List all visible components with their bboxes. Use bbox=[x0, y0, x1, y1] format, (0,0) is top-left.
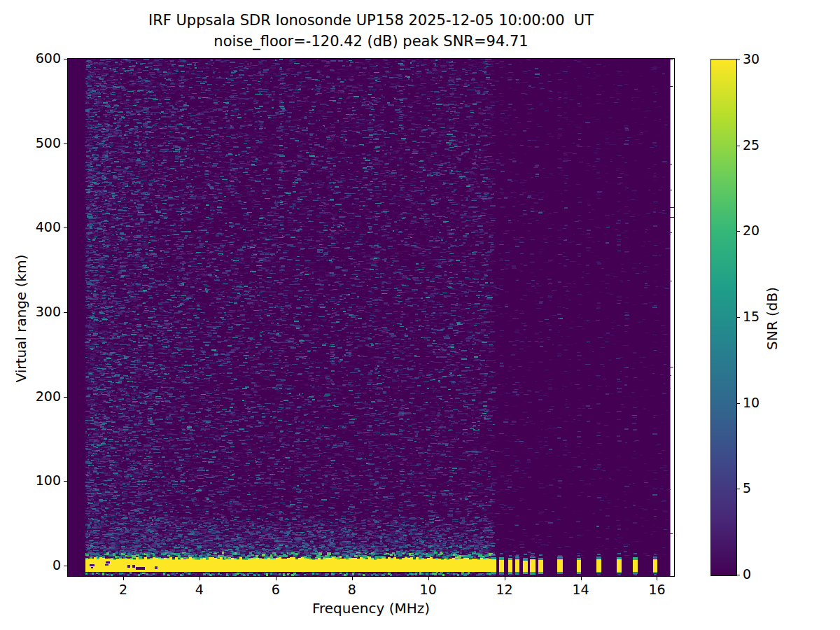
colorbar-label: SNR (dB) bbox=[764, 161, 780, 476]
x-tick-mark bbox=[352, 577, 353, 580]
x-tick-mark bbox=[200, 577, 200, 580]
x-tick-label: 2 bbox=[119, 582, 127, 597]
colorbar-tick-label: 10 bbox=[743, 395, 760, 410]
x-tick-mark bbox=[123, 577, 124, 580]
x-tick-label: 6 bbox=[272, 582, 280, 597]
x-tick-mark bbox=[276, 577, 276, 580]
x-tick-label: 10 bbox=[420, 582, 437, 597]
colorbar bbox=[710, 59, 737, 576]
x-tick-mark bbox=[581, 577, 582, 580]
y-tick-mark bbox=[64, 59, 67, 59]
x-tick-mark bbox=[657, 577, 657, 580]
plot-area bbox=[67, 58, 675, 577]
y-tick-label: 300 bbox=[0, 304, 61, 319]
y-tick-mark bbox=[64, 566, 67, 566]
x-tick-mark bbox=[428, 577, 429, 580]
x-axis-label: Frequency (MHz) bbox=[68, 600, 674, 617]
x-tick-label: 14 bbox=[572, 582, 589, 597]
y-tick-label: 100 bbox=[0, 472, 61, 488]
x-tick-label: 12 bbox=[496, 582, 513, 597]
y-tick-label: 500 bbox=[0, 135, 61, 150]
ionogram-figure: IRF Uppsala SDR Ionosonde UP158 2025-12-… bbox=[0, 0, 840, 630]
y-tick-label: 0 bbox=[0, 557, 61, 573]
colorbar-tick-label: 25 bbox=[743, 137, 760, 153]
x-tick-label: 4 bbox=[195, 582, 204, 597]
colorbar-tick-label: 30 bbox=[743, 51, 760, 66]
colorbar-tick-label: 0 bbox=[743, 566, 751, 582]
colorbar-tick-label: 15 bbox=[743, 309, 760, 324]
colorbar-tick-label: 5 bbox=[743, 480, 751, 496]
y-tick-mark bbox=[64, 481, 67, 482]
x-tick-label: 8 bbox=[348, 582, 356, 597]
y-tick-mark bbox=[64, 144, 67, 144]
colorbar-tick-label: 20 bbox=[743, 223, 760, 238]
x-tick-mark bbox=[505, 577, 505, 580]
ionogram-heatmap bbox=[68, 59, 674, 576]
y-tick-label: 600 bbox=[0, 50, 61, 66]
y-tick-label: 400 bbox=[0, 219, 61, 234]
y-tick-label: 200 bbox=[0, 388, 61, 404]
x-tick-label: 16 bbox=[648, 582, 665, 597]
chart-subtitle: noise_floor=-120.42 (dB) peak SNR=94.71 bbox=[68, 33, 674, 50]
y-axis-label: Virtual range (km) bbox=[13, 161, 29, 476]
y-tick-mark bbox=[64, 397, 67, 398]
chart-title: IRF Uppsala SDR Ionosonde UP158 2025-12-… bbox=[68, 12, 674, 29]
y-tick-mark bbox=[64, 312, 67, 313]
y-tick-mark bbox=[64, 227, 67, 228]
